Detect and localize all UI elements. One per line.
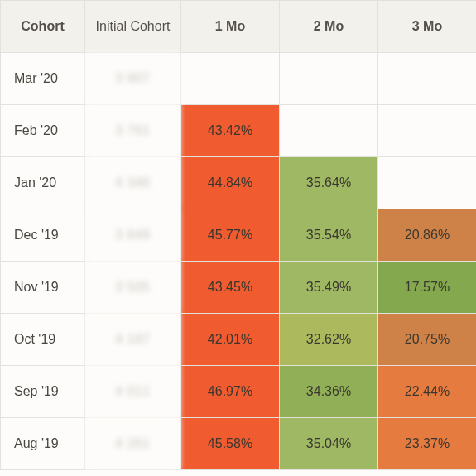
cohort-retention-table: Cohort Initial Cohort 1 Mo 2 Mo 3 Mo Mar… [0, 0, 476, 470]
cohort-label: Sep '19 [1, 366, 85, 418]
initial-cohort-value: 4 011 [85, 366, 181, 418]
empty-cell [280, 105, 378, 157]
empty-cell [378, 53, 477, 105]
retention-cell: 34.36% [280, 366, 378, 418]
empty-cell [378, 105, 477, 157]
cohort-label: Dec '19 [1, 209, 85, 262]
retention-cell: 45.58% [181, 418, 280, 470]
retention-cell: 35.49% [280, 262, 378, 314]
header-cohort: Cohort [1, 1, 85, 53]
cohort-label: Feb '20 [1, 105, 85, 157]
table-row: Sep '194 01146.97%34.36%22.44% [1, 366, 477, 418]
table-row: Nov '193 50543.45%35.49%17.57% [1, 262, 477, 314]
header-initial-cohort: Initial Cohort [85, 1, 181, 53]
initial-cohort-value: 4 187 [85, 314, 181, 366]
table-row: Aug '194 26145.58%35.04%23.37% [1, 418, 477, 470]
retention-cell: 35.54% [280, 209, 378, 262]
empty-cell [280, 53, 378, 105]
empty-cell [378, 157, 477, 209]
empty-cell [181, 53, 280, 105]
initial-cohort-value: 4 261 [85, 418, 181, 470]
cohort-label: Nov '19 [1, 262, 85, 314]
retention-cell: 35.04% [280, 418, 378, 470]
retention-cell: 20.86% [378, 209, 477, 262]
retention-cell: 32.62% [280, 314, 378, 366]
retention-cell: 23.37% [378, 418, 477, 470]
header-1mo: 1 Mo [181, 1, 280, 53]
retention-cell: 20.75% [378, 314, 477, 366]
cohort-label: Mar '20 [1, 53, 85, 105]
cohort-label: Oct '19 [1, 314, 85, 366]
retention-cell: 35.64% [280, 157, 378, 209]
header-2mo: 2 Mo [280, 1, 378, 53]
header-3mo: 3 Mo [378, 1, 477, 53]
table-row: Jan '204 34644.84%35.64% [1, 157, 477, 209]
table-row: Dec '193 64945.77%35.54%20.86% [1, 209, 477, 262]
retention-cell: 45.77% [181, 209, 280, 262]
cohort-label: Aug '19 [1, 418, 85, 470]
table-body: Mar '203 907Feb '203 76143.42%Jan '204 3… [1, 53, 477, 470]
table-row: Feb '203 76143.42% [1, 105, 477, 157]
initial-cohort-value: 3 649 [85, 209, 181, 262]
initial-cohort-value: 3 505 [85, 262, 181, 314]
initial-cohort-value: 3 907 [85, 53, 181, 105]
retention-cell: 42.01% [181, 314, 280, 366]
header-row: Cohort Initial Cohort 1 Mo 2 Mo 3 Mo [1, 1, 477, 53]
retention-cell: 43.45% [181, 262, 280, 314]
retention-cell: 17.57% [378, 262, 477, 314]
initial-cohort-value: 3 761 [85, 105, 181, 157]
cohort-label: Jan '20 [1, 157, 85, 209]
retention-cell: 43.42% [181, 105, 280, 157]
initial-cohort-value: 4 346 [85, 157, 181, 209]
retention-cell: 44.84% [181, 157, 280, 209]
retention-cell: 22.44% [378, 366, 477, 418]
table-row: Oct '194 18742.01%32.62%20.75% [1, 314, 477, 366]
retention-cell: 46.97% [181, 366, 280, 418]
table-row: Mar '203 907 [1, 53, 477, 105]
